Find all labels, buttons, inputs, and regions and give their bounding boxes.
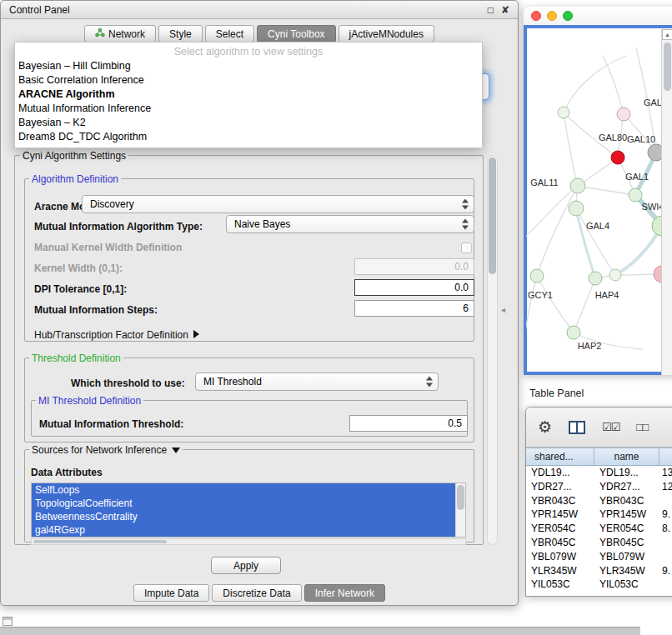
close-icon[interactable]: ✘	[501, 4, 509, 16]
tab-style[interactable]: Style	[158, 25, 203, 42]
stepper-icon	[462, 219, 469, 230]
algorithm-option[interactable]: Bayesian – Hill Climbing	[15, 59, 482, 73]
sources-horizontal-scrollbar[interactable]	[31, 538, 466, 545]
hub-definition-toggle[interactable]: Hub/Transcription Factor Definition	[34, 329, 199, 341]
tab-label: jActiveMNodules	[349, 28, 424, 40]
network-node[interactable]	[570, 178, 585, 193]
select-all-checkboxes-icon[interactable]: ☑☑	[602, 421, 619, 433]
sources-group-toggle[interactable]: Sources for Network Inference	[29, 444, 183, 456]
scrollbar-thumb[interactable]	[489, 158, 496, 274]
table-cell: 12	[659, 480, 672, 494]
network-tab-icon	[95, 28, 105, 40]
zoom-traffic-light[interactable]	[563, 11, 573, 21]
table-row[interactable]: YPR145WYPR145W9.	[526, 508, 672, 522]
table-cell: 9.	[659, 508, 672, 522]
table-row[interactable]: YER054CYER054C8.	[526, 522, 672, 536]
algorithm-option[interactable]: Basic Correlation Inference	[15, 73, 482, 88]
table-cell: YPR145W	[594, 508, 659, 522]
deselect-all-checkboxes-icon[interactable]: □□	[636, 421, 648, 433]
column-header-shared[interactable]: shared...	[526, 448, 594, 465]
network-node[interactable]	[567, 326, 580, 339]
network-node[interactable]	[611, 151, 624, 164]
minimize-icon[interactable]: □	[488, 4, 494, 16]
sources-list-scrollbar[interactable]	[455, 483, 465, 537]
network-node[interactable]	[609, 269, 621, 281]
table-cell	[659, 550, 672, 564]
network-window-titlebar[interactable]	[524, 7, 672, 25]
tab-impute-data[interactable]: Impute Data	[133, 584, 209, 602]
data-attribute-item[interactable]: BetweennessCentrality	[32, 510, 455, 523]
minimized-window-icon[interactable]	[3, 617, 13, 626]
table-row[interactable]: YBR043CYBR043C	[526, 494, 672, 508]
dpi-tolerance-field[interactable]: 0.0	[354, 279, 474, 296]
network-node[interactable]	[629, 188, 642, 202]
titlebar[interactable]: Control Panel □ ✘	[1, 1, 518, 19]
scroll-up-icon[interactable]: ▲	[662, 29, 672, 40]
tab-select[interactable]: Select	[205, 25, 254, 42]
gear-icon[interactable]: ⚙	[538, 418, 552, 437]
column-header-extra[interactable]	[659, 448, 672, 465]
minimize-traffic-light[interactable]	[547, 11, 557, 21]
data-attribute-item[interactable]: gal4RGexp	[32, 523, 455, 537]
network-node[interactable]	[530, 269, 544, 282]
window-title: Control Panel	[9, 4, 70, 16]
table-cell: 8.	[659, 522, 672, 536]
network-edge	[576, 208, 595, 278]
settings-scrollbar[interactable]	[487, 155, 498, 545]
kernel-width-field[interactable]: 0.0	[354, 258, 474, 275]
close-traffic-light[interactable]	[531, 11, 541, 21]
settings-group-title: Cyni Algorithm Settings	[20, 150, 128, 162]
table-row[interactable]: YIL053CYIL053C	[526, 578, 672, 592]
table-cell: YDR27...	[526, 480, 594, 494]
tab-discretize-data[interactable]: Discretize Data	[212, 584, 301, 602]
data-attribute-item[interactable]: SelfLoops	[32, 483, 455, 497]
tab-label: Impute Data	[144, 588, 198, 599]
popup-item-list: Bayesian – Hill ClimbingBasic Correlatio…	[15, 59, 482, 144]
algorithm-option[interactable]: Mutual Information Inference	[15, 102, 482, 116]
table-row[interactable]: YBR045CYBR045C	[526, 536, 672, 550]
network-edge	[585, 188, 635, 195]
network-graph[interactable]: GAL8GAL80GAL10GAL11GAL1SWI4GAL4GCY1HAP4H…	[526, 32, 662, 378]
data-attribute-item[interactable]: TopologicalCoefficient	[32, 497, 455, 510]
network-node[interactable]	[648, 144, 662, 161]
network-node[interactable]	[589, 272, 602, 285]
network-scrollbar[interactable]: ▲	[661, 29, 672, 375]
popup-hint: Select algorithm to view settings	[15, 44, 482, 59]
node-label: GAL11	[530, 178, 558, 188]
table-row[interactable]: YBL079WYBL079W	[526, 550, 672, 564]
tab-network[interactable]: Network	[84, 25, 156, 42]
manual-kernel-checkbox[interactable]	[461, 242, 472, 253]
scrollbar-thumb[interactable]	[664, 42, 671, 91]
apply-button[interactable]: Apply	[211, 557, 281, 574]
table-row[interactable]: YDL19...YDL19...13	[526, 466, 672, 480]
algorithm-option[interactable]: ARACNE Algorithm	[15, 88, 482, 102]
table-row[interactable]: YLR345WYLR345W9.	[526, 564, 672, 578]
table-row[interactable]: YDR27...YDR27...12	[526, 480, 672, 494]
aracne-mode-select[interactable]: Discovery	[82, 195, 474, 213]
bottom-tab-bar: Impute DataDiscretize DataInfer Network	[1, 584, 518, 602]
network-node[interactable]	[569, 201, 584, 216]
tab-jactivemnodules[interactable]: jActiveMNodules	[339, 25, 434, 42]
scrollbar-thumb[interactable]	[33, 540, 167, 543]
which-threshold-select[interactable]: MI Threshold	[195, 372, 439, 391]
tab-cyni-toolbox[interactable]: Cyni Toolbox	[257, 25, 335, 42]
node-label: GAL8	[644, 98, 662, 108]
algorithm-option[interactable]: Dream8 DC_TDC Algorithm	[15, 130, 482, 144]
network-node[interactable]	[617, 108, 630, 121]
mi-algorithm-type-select[interactable]: Naive Bayes	[226, 215, 474, 233]
scrollbar-thumb[interactable]	[457, 485, 464, 510]
tab-label: Discretize Data	[223, 588, 290, 599]
algorithm-option[interactable]: Bayesian – K2	[15, 116, 482, 130]
mi-steps-field[interactable]: 6	[354, 300, 474, 317]
data-attributes-list[interactable]: SelfLoopsTopologicalCoefficientBetweenne…	[31, 482, 466, 538]
network-node[interactable]	[558, 107, 569, 118]
tab-infer-network[interactable]: Infer Network	[304, 584, 385, 602]
table-cell: YBL079W	[594, 550, 659, 564]
columns-icon[interactable]	[569, 421, 585, 434]
table-cell: YLR345W	[594, 564, 659, 578]
column-header-name[interactable]: name	[594, 448, 659, 465]
mi-threshold-field[interactable]: 0.5	[349, 415, 468, 432]
table-panel-label: Table Panel	[529, 388, 584, 399]
pane-collapse-arrow-icon[interactable]: ◂	[501, 305, 505, 314]
network-view-window: GAL8GAL80GAL10GAL11GAL1SWI4GAL4GCY1HAP4H…	[524, 7, 672, 375]
